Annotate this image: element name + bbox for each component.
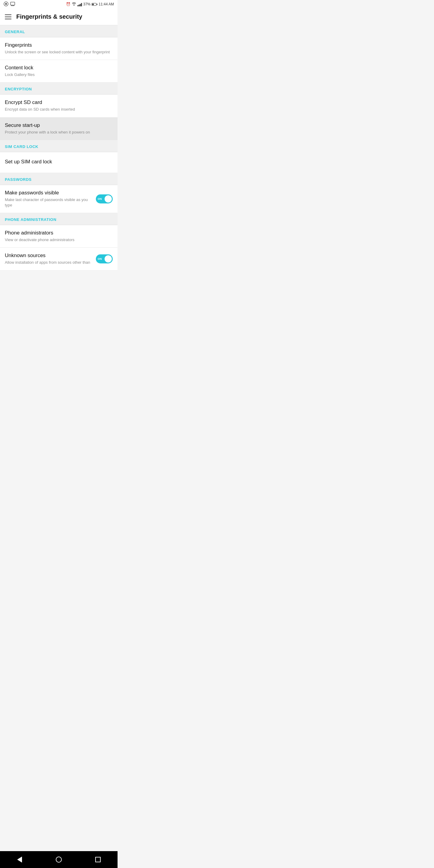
setting-item-fingerprints[interactable]: Fingerprints Unlock the screen or see lo… [0,37,118,60]
svg-rect-2 [10,2,15,5]
unknown-sources-subtitle: Allow installation of apps from sources … [5,260,96,265]
alarm-icon: ⏰ [66,2,70,6]
notification-icon-2 [10,2,15,7]
status-bar-right: ⏰ 37% 11:44 AM [66,2,114,7]
setting-item-encrypt-sd[interactable]: Encrypt SD card Encrypt data on SD cards… [0,95,118,117]
content-lock-title: Content lock [5,65,113,71]
unknown-sources-title: Unknown sources [5,253,96,258]
toggle-knob [104,195,112,203]
section-header-sim-card-lock: SIM CARD LOCK [0,140,118,152]
section-header-passwords: PASSWORDS [0,173,118,185]
setting-item-sim-lock[interactable]: Set up SIM card lock [0,152,118,173]
unknown-sources-toggle[interactable]: ON [96,254,113,264]
signal-icon [78,2,82,6]
section-header-general: GENERAL [0,25,118,37]
page-wrapper: ⏰ 37% 11:44 AM [0,0,118,868]
passwords-visible-title: Make passwords visible [5,190,96,196]
svg-point-1 [5,3,7,5]
secure-startup-subtitle: Protect your phone with a lock when it p… [5,130,113,135]
passwords-visible-subtitle: Make last character of passwords visible… [5,197,96,208]
sim-lock-title: Set up SIM card lock [5,159,113,165]
encrypt-sd-subtitle: Encrypt data on SD cards when inserted [5,107,113,112]
section-header-phone-admin: PHONE ADMINISTRATION [0,213,118,225]
battery-icon [92,3,97,6]
setting-item-unknown-sources[interactable]: Unknown sources Allow installation of ap… [0,248,118,270]
time-display: 11:44 AM [98,2,114,6]
content-lock-subtitle: Lock Gallery files [5,72,113,78]
phone-administrators-title: Phone administrators [5,230,113,236]
toggle-knob-2 [104,255,112,262]
nav-recents-button[interactable] [92,854,104,866]
nav-home-button[interactable] [53,854,65,866]
encrypt-sd-title: Encrypt SD card [5,99,113,105]
fingerprints-subtitle: Unlock the screen or see locked content … [5,50,113,55]
nav-back-button[interactable] [13,854,26,866]
passwords-visible-toggle[interactable]: ON [96,194,113,204]
setting-item-content-lock[interactable]: Content lock Lock Gallery files [0,60,118,83]
page-title: Fingerprints & security [16,13,82,20]
nav-bar [0,851,118,868]
status-bar-left [4,1,15,7]
secure-startup-title: Secure start-up [5,122,113,128]
notification-icon-1 [4,1,8,7]
content-area: GENERAL Fingerprints Unlock the screen o… [0,25,118,851]
header: Fingerprints & security [0,8,118,25]
status-bar: ⏰ 37% 11:44 AM [0,0,118,8]
menu-button[interactable] [5,14,11,19]
section-header-encryption: ENCRYPTION [0,83,118,95]
phone-administrators-subtitle: View or deactivate phone administrators [5,237,113,243]
wifi-icon [72,2,76,7]
fingerprints-title: Fingerprints [5,42,113,48]
setting-item-secure-startup[interactable]: Secure start-up Protect your phone with … [0,118,118,140]
setting-item-passwords-visible[interactable]: Make passwords visible Make last charact… [0,185,118,213]
battery-percentage: 37% [83,2,90,6]
setting-item-phone-administrators[interactable]: Phone administrators View or deactivate … [0,225,118,248]
